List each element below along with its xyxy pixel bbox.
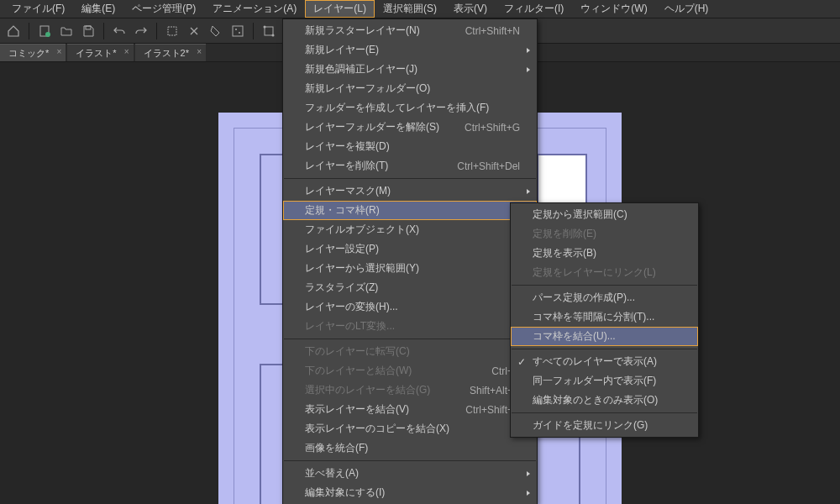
svg-rect-4	[233, 26, 243, 36]
save-icon[interactable]	[78, 21, 98, 41]
menubar: ファイル(F)編集(E)ページ管理(P)アニメーション(A)レイヤー(L)選択範…	[0, 0, 840, 18]
transform-icon[interactable]	[259, 21, 279, 41]
menu-item[interactable]: 新規レイヤーフォルダー(O)	[283, 79, 537, 98]
menu-item[interactable]: 並べ替え(A)	[283, 464, 537, 483]
menu-item: 下のレイヤーと結合(W)Ctrl+E	[283, 361, 537, 381]
menu-item-label: 画像を統合(F)	[305, 441, 368, 455]
menu-item[interactable]: ファイルオブジェクト(X)	[283, 220, 537, 239]
menubar-item[interactable]: フィルター(I)	[496, 0, 572, 18]
chevron-right-icon	[525, 188, 532, 195]
menu-item[interactable]: フォルダーを作成してレイヤーを挿入(F)	[283, 98, 537, 118]
chevron-right-icon	[525, 66, 532, 73]
menubar-item[interactable]: アニメーション(A)	[204, 0, 305, 18]
document-tab[interactable]: イラスト2*×	[135, 44, 206, 61]
select-icon[interactable]	[162, 21, 182, 41]
svg-rect-3	[168, 27, 176, 35]
open-icon[interactable]	[56, 21, 76, 41]
menu-item[interactable]: レイヤーマスク(M)	[283, 181, 537, 201]
menu-item[interactable]: コマ枠を等間隔に分割(T)...	[511, 307, 698, 327]
svg-rect-7	[265, 27, 273, 35]
menu-item-label: レイヤーを削除(T)	[305, 159, 388, 173]
svg-rect-2	[86, 26, 91, 29]
menu-item-label: 定規・コマ枠(R)	[305, 203, 380, 218]
menu-item-label: レイヤーフォルダーを解除(S)	[305, 120, 439, 134]
menu-item[interactable]: 定規から選択範囲(C)	[511, 205, 698, 224]
menu-item-label: すべてのレイヤーで表示(A)	[533, 354, 657, 369]
menu-item[interactable]: レイヤーの変換(H)...	[283, 297, 537, 317]
clear-icon[interactable]	[184, 21, 204, 41]
menu-item-label: レイヤー設定(P)	[305, 242, 379, 256]
menu-item[interactable]: 編集対象のときのみ表示(O)	[511, 391, 698, 410]
menu-item-label: 新規色調補正レイヤー(J)	[305, 62, 417, 76]
menu-item[interactable]: コマ枠を結合(U)...	[511, 327, 698, 346]
menu-item[interactable]: 新規ラスターレイヤー(N)Ctrl+Shift+N	[283, 21, 537, 40]
menu-item-label: 表示レイヤーのコピーを結合(X)	[305, 422, 449, 436]
svg-point-9	[272, 34, 275, 36]
layer-menu-dropdown: 新規ラスターレイヤー(N)Ctrl+Shift+N新規レイヤー(E)新規色調補正…	[282, 18, 538, 504]
menu-separator	[284, 178, 536, 179]
menu-item[interactable]: 編集対象にする(I)	[283, 483, 537, 502]
menubar-item[interactable]: 編集(E)	[73, 0, 123, 18]
document-tab[interactable]: イラスト*×	[67, 44, 133, 61]
menu-item-label: 定規を表示(B)	[533, 246, 596, 260]
menu-item[interactable]: レイヤーを削除(T)Ctrl+Shift+Del	[283, 156, 537, 176]
menu-item[interactable]: レイヤーから選択範囲(Y)	[283, 259, 537, 278]
close-icon[interactable]: ×	[124, 47, 129, 56]
menu-item-label: 定規から選択範囲(C)	[533, 207, 627, 222]
document-tab[interactable]: コミック*×	[0, 44, 66, 61]
menu-shortcut: Shift+Alt+E	[444, 385, 520, 396]
menu-separator	[284, 460, 536, 461]
fill-icon[interactable]	[206, 21, 226, 41]
menu-item[interactable]: 表示レイヤーを結合(V)Ctrl+Shift+E	[283, 400, 537, 419]
chevron-right-icon	[525, 470, 532, 477]
menu-item[interactable]: 同一フォルダー内で表示(F)	[511, 371, 698, 391]
close-icon[interactable]: ×	[56, 47, 61, 56]
svg-point-5	[235, 29, 237, 30]
menu-item[interactable]: レイヤー設定(P)	[283, 239, 537, 259]
new-doc-icon[interactable]	[34, 21, 55, 41]
menu-item-label: 新規ラスターレイヤー(N)	[305, 24, 420, 38]
menu-item[interactable]: ガイドを定規にリンク(G)	[511, 416, 698, 435]
menu-item-label: ラスタライズ(Z)	[305, 281, 378, 295]
menu-item[interactable]: 定規を表示(B)	[511, 244, 698, 263]
home-icon[interactable]	[3, 21, 24, 41]
menu-item[interactable]: 画像を統合(F)	[283, 438, 537, 458]
menu-item-label: 同一フォルダー内で表示(F)	[533, 374, 656, 388]
redo-icon[interactable]	[131, 21, 151, 41]
menubar-item[interactable]: ファイル(F)	[3, 0, 73, 18]
menubar-item[interactable]: レイヤー(L)	[305, 0, 375, 18]
menu-item-label: コマ枠を等間隔に分割(T)...	[533, 310, 654, 324]
menubar-item[interactable]: ヘルプ(H)	[656, 0, 717, 18]
menu-item[interactable]: パース定規の作成(P)...	[511, 288, 698, 307]
menubar-item[interactable]: 選択範囲(S)	[375, 0, 445, 18]
close-icon[interactable]: ×	[197, 47, 202, 56]
menubar-item[interactable]: 表示(V)	[445, 0, 496, 18]
pattern-icon[interactable]	[228, 21, 248, 41]
menu-shortcut: Ctrl+Shift+N	[440, 25, 520, 37]
check-icon: ✓	[517, 356, 526, 368]
undo-icon[interactable]	[109, 21, 129, 41]
menubar-item[interactable]: ページ管理(P)	[123, 0, 204, 18]
menu-item: 下のレイヤーに転写(C)	[283, 342, 537, 361]
menu-item[interactable]: 定規・コマ枠(R)	[283, 201, 537, 220]
menu-item-label: コマ枠を結合(U)...	[533, 329, 616, 344]
menu-item[interactable]: レイヤーを複製(D)	[283, 137, 537, 156]
menu-item[interactable]: 新規レイヤー(E)	[283, 40, 537, 60]
menu-item: 定規をレイヤーにリンク(L)	[511, 263, 698, 282]
menu-item[interactable]: 新規色調補正レイヤー(J)	[283, 60, 537, 79]
menu-item[interactable]: レイヤーフォルダーを解除(S)Ctrl+Shift+G	[283, 118, 537, 137]
menu-item[interactable]: 表示レイヤーのコピーを結合(X)	[283, 419, 537, 438]
menu-item: 定規を削除(E)	[511, 224, 698, 244]
menu-item: レイヤーのLT変換...	[283, 317, 537, 336]
menu-separator	[512, 349, 697, 349]
menu-item[interactable]: ラスタライズ(Z)	[283, 278, 537, 297]
menu-item: 選択中のレイヤーを結合(G)Shift+Alt+E	[283, 381, 537, 400]
menubar-item[interactable]: ウィンドウ(W)	[572, 0, 655, 18]
ruler-frame-submenu: 定規から選択範囲(C)定規を削除(E)定規を表示(B)定規をレイヤーにリンク(L…	[510, 202, 699, 438]
menu-item-label: 編集対象のときのみ表示(O)	[533, 393, 658, 407]
menu-item-label: レイヤーのLT変換...	[305, 319, 395, 333]
menu-item-label: ガイドを定規にリンク(G)	[533, 418, 648, 433]
menu-item[interactable]: ✓すべてのレイヤーで表示(A)	[511, 352, 698, 371]
menu-separator	[284, 339, 536, 339]
menu-item-label: レイヤーの変換(H)...	[305, 300, 398, 314]
